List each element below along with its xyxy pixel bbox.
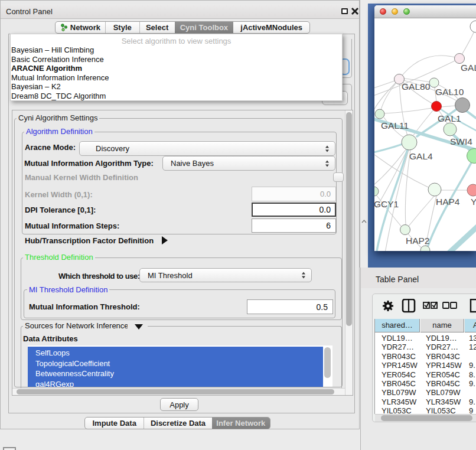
svg-text:SWI4: SWI4 [450,136,472,146]
svg-text:GAL10: GAL10 [435,87,464,97]
svg-text:Y: Y [471,197,476,207]
svg-text:GAL4: GAL4 [409,151,433,161]
svg-text:GAL7: GAL7 [461,63,476,73]
svg-text:GAL1: GAL1 [438,113,461,123]
svg-text:GAL11: GAL11 [381,120,409,131]
svg-text:HAP4: HAP4 [436,197,460,207]
svg-text:GCY1: GCY1 [374,199,399,209]
svg-text:HAP2: HAP2 [406,236,430,246]
svg-text:GAL80: GAL80 [402,81,431,92]
